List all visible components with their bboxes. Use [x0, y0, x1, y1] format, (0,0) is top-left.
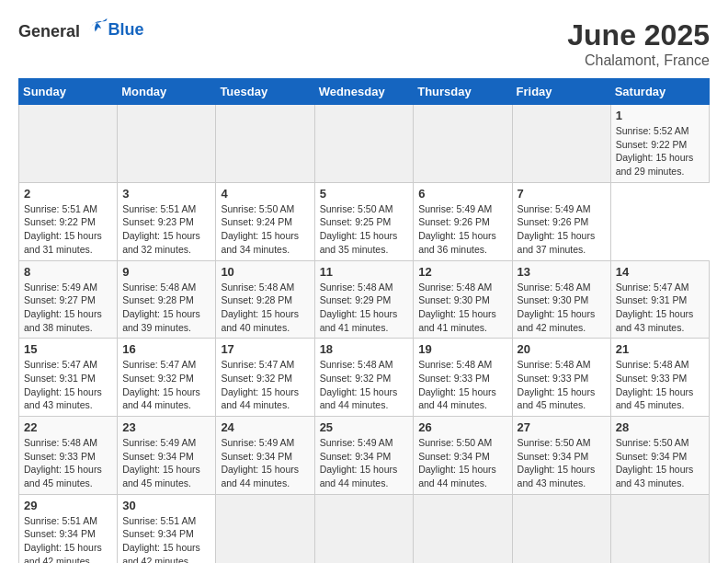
calendar-cell-empty [512, 105, 610, 183]
calendar-cell-day-21: 21Sunrise: 5:48 AMSunset: 9:33 PMDayligh… [610, 339, 709, 417]
calendar-cell-empty [414, 105, 512, 183]
calendar-cell-day-30: 30Sunrise: 5:51 AMSunset: 9:34 PMDayligh… [118, 494, 216, 563]
calendar-cell-empty [610, 494, 709, 563]
title-block: June 2025 Chalamont, France [567, 18, 710, 69]
calendar-cell-day-1: 1Sunrise: 5:52 AMSunset: 9:22 PMDaylight… [610, 105, 709, 183]
page-header: General Blue June 2025 Chalamont, France [18, 18, 710, 69]
calendar-cell-day-28: 28Sunrise: 5:50 AMSunset: 9:34 PMDayligh… [610, 417, 709, 495]
logo-bird-icon [86, 15, 108, 37]
calendar-cell-day-12: 12Sunrise: 5:48 AMSunset: 9:30 PMDayligh… [414, 260, 512, 339]
calendar-weekday-wednesday: Wednesday [314, 79, 414, 105]
calendar-header-row: SundayMondayTuesdayWednesdayThursdayFrid… [19, 79, 710, 105]
calendar-body: 1Sunrise: 5:52 AMSunset: 9:22 PMDaylight… [19, 105, 710, 564]
calendar-cell-day-19: 19Sunrise: 5:48 AMSunset: 9:33 PMDayligh… [414, 339, 512, 417]
calendar-cell-day-26: 26Sunrise: 5:50 AMSunset: 9:34 PMDayligh… [414, 417, 512, 495]
calendar-cell-day-16: 16Sunrise: 5:47 AMSunset: 9:32 PMDayligh… [118, 339, 216, 417]
calendar-cell-day-17: 17Sunrise: 5:47 AMSunset: 9:32 PMDayligh… [216, 339, 314, 417]
calendar-weekday-friday: Friday [512, 79, 610, 105]
calendar-week-row: 1Sunrise: 5:52 AMSunset: 9:22 PMDaylight… [19, 105, 710, 183]
calendar-cell-day-7: 7Sunrise: 5:49 AMSunset: 9:26 PMDaylight… [512, 182, 610, 260]
calendar-weekday-monday: Monday [118, 79, 216, 105]
calendar-cell-day-24: 24Sunrise: 5:49 AMSunset: 9:34 PMDayligh… [216, 417, 314, 495]
calendar-cell-day-2: 2Sunrise: 5:51 AMSunset: 9:22 PMDaylight… [19, 182, 118, 260]
calendar-cell-day-20: 20Sunrise: 5:48 AMSunset: 9:33 PMDayligh… [512, 339, 610, 417]
calendar-cell-day-6: 6Sunrise: 5:49 AMSunset: 9:26 PMDaylight… [414, 182, 512, 260]
calendar-table: SundayMondayTuesdayWednesdayThursdayFrid… [18, 78, 710, 563]
calendar-cell-day-23: 23Sunrise: 5:49 AMSunset: 9:34 PMDayligh… [118, 417, 216, 495]
calendar-week-row: 8Sunrise: 5:49 AMSunset: 9:27 PMDaylight… [19, 260, 710, 339]
calendar-cell-empty [512, 494, 610, 563]
calendar-cell-empty [216, 105, 314, 183]
calendar-cell-empty [216, 494, 314, 563]
calendar-cell-empty [414, 494, 512, 563]
calendar-cell-day-15: 15Sunrise: 5:47 AMSunset: 9:31 PMDayligh… [19, 339, 118, 417]
calendar-title: June 2025 [567, 18, 710, 52]
calendar-cell-day-18: 18Sunrise: 5:48 AMSunset: 9:32 PMDayligh… [314, 339, 414, 417]
calendar-cell-day-5: 5Sunrise: 5:50 AMSunset: 9:25 PMDaylight… [314, 182, 414, 260]
calendar-cell-day-8: 8Sunrise: 5:49 AMSunset: 9:27 PMDaylight… [19, 260, 118, 339]
calendar-cell-empty [118, 105, 216, 183]
logo-blue: Blue [108, 20, 144, 39]
calendar-cell-day-22: 22Sunrise: 5:48 AMSunset: 9:33 PMDayligh… [19, 417, 118, 495]
logo-general: General [18, 22, 80, 40]
logo: General Blue [18, 18, 144, 41]
calendar-cell-day-25: 25Sunrise: 5:49 AMSunset: 9:34 PMDayligh… [314, 417, 414, 495]
calendar-weekday-saturday: Saturday [610, 79, 709, 105]
calendar-cell-day-3: 3Sunrise: 5:51 AMSunset: 9:23 PMDaylight… [118, 182, 216, 260]
calendar-cell-day-13: 13Sunrise: 5:48 AMSunset: 9:30 PMDayligh… [512, 260, 610, 339]
calendar-cell-empty [314, 105, 414, 183]
calendar-cell-day-10: 10Sunrise: 5:48 AMSunset: 9:28 PMDayligh… [216, 260, 314, 339]
calendar-weekday-thursday: Thursday [414, 79, 512, 105]
calendar-cell-empty [314, 494, 414, 563]
calendar-subtitle: Chalamont, France [567, 52, 710, 69]
calendar-week-row: 15Sunrise: 5:47 AMSunset: 9:31 PMDayligh… [19, 339, 710, 417]
calendar-weekday-sunday: Sunday [19, 79, 118, 105]
calendar-week-row: 2Sunrise: 5:51 AMSunset: 9:22 PMDaylight… [19, 182, 710, 260]
calendar-cell-day-14: 14Sunrise: 5:47 AMSunset: 9:31 PMDayligh… [610, 260, 709, 339]
calendar-cell-day-27: 27Sunrise: 5:50 AMSunset: 9:34 PMDayligh… [512, 417, 610, 495]
calendar-cell-day-9: 9Sunrise: 5:48 AMSunset: 9:28 PMDaylight… [118, 260, 216, 339]
calendar-week-row: 29Sunrise: 5:51 AMSunset: 9:34 PMDayligh… [19, 494, 710, 563]
calendar-cell-day-29: 29Sunrise: 5:51 AMSunset: 9:34 PMDayligh… [19, 494, 118, 563]
calendar-weekday-tuesday: Tuesday [216, 79, 314, 105]
calendar-week-row: 22Sunrise: 5:48 AMSunset: 9:33 PMDayligh… [19, 417, 710, 495]
calendar-cell-day-4: 4Sunrise: 5:50 AMSunset: 9:24 PMDaylight… [216, 182, 314, 260]
calendar-cell-empty [19, 105, 118, 183]
calendar-cell-day-11: 11Sunrise: 5:48 AMSunset: 9:29 PMDayligh… [314, 260, 414, 339]
